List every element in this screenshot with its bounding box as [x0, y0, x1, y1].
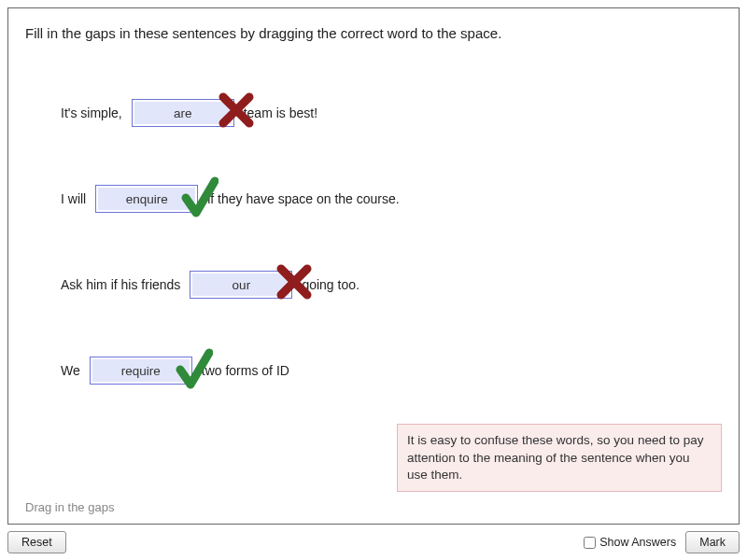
instruction-text: Fill in the gaps in these sentences by d…: [25, 25, 722, 41]
sentence-row: I will enquire if they have space on the…: [61, 183, 722, 215]
toolbar-right: Show Answers Mark: [584, 531, 740, 553]
drop-slot[interactable]: require: [90, 357, 192, 385]
word-tile[interactable]: require: [90, 357, 192, 385]
sentence-post: team is best!: [244, 105, 317, 120]
word-tile[interactable]: are: [132, 99, 234, 127]
sentence-post: going too.: [302, 277, 359, 292]
show-answers-checkbox[interactable]: Show Answers: [584, 536, 676, 549]
drop-slot[interactable]: our: [190, 271, 292, 299]
exercise-canvas: Fill in the gaps in these sentences by d…: [7, 7, 740, 525]
word-tile[interactable]: our: [190, 271, 292, 299]
sentence-post: if they have space on the course.: [207, 191, 399, 206]
show-answers-input[interactable]: [584, 537, 596, 549]
show-answers-label: Show Answers: [599, 536, 676, 549]
hint-text: Drag in the gaps: [25, 500, 114, 514]
sentence-rows: It's simple, are team is best! I will en…: [25, 97, 722, 386]
mark-button[interactable]: Mark: [685, 531, 740, 553]
toolbar: Reset Show Answers Mark: [7, 530, 740, 554]
sentence-pre: It's simple,: [61, 105, 122, 120]
reset-button[interactable]: Reset: [7, 531, 66, 553]
drop-slot[interactable]: enquire: [95, 185, 198, 213]
sentence-pre: I will: [61, 191, 86, 206]
feedback-panel: It is easy to confuse these words, so yo…: [397, 424, 722, 492]
sentence-pre: Ask him if his friends: [61, 277, 180, 292]
sentence-row: It's simple, are team is best!: [61, 97, 722, 129]
sentence-post: two forms of ID: [202, 363, 289, 378]
sentence-row: Ask him if his friends our going too.: [61, 269, 722, 301]
sentence-pre: We: [61, 363, 80, 378]
drop-slot[interactable]: are: [132, 99, 234, 127]
sentence-row: We require two forms of ID: [61, 355, 722, 386]
word-tile[interactable]: enquire: [95, 185, 198, 213]
